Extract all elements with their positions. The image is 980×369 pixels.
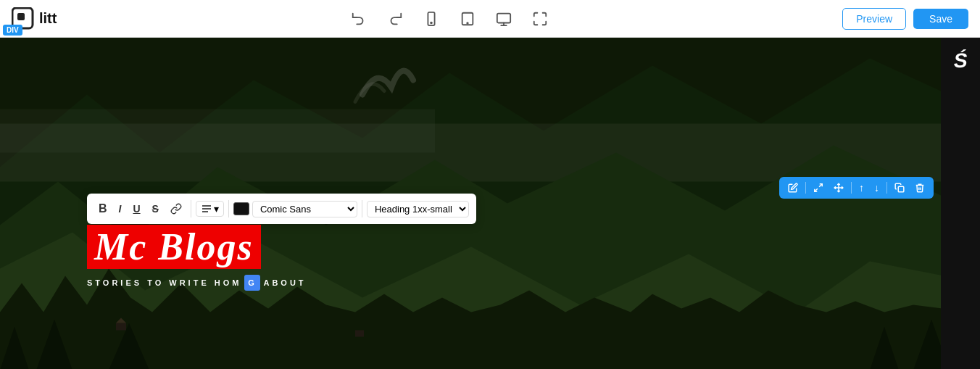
blog-content: Mc Blogs STORIES TO WRITE HOM G ABOUT	[87, 225, 307, 291]
svg-rect-6	[497, 13, 510, 22]
italic-button[interactable]: I	[115, 201, 126, 217]
element-divider-1	[805, 182, 806, 194]
right-panel-logo: Ś	[952, 49, 968, 72]
align-button[interactable]: ▾	[196, 201, 224, 217]
translate-icon: G	[244, 275, 260, 291]
element-down-button[interactable]: ↓	[871, 180, 882, 196]
right-panel: Ś	[941, 38, 980, 369]
element-divider-3	[886, 182, 887, 194]
blog-subtitle: STORIES TO WRITE HOM G ABOUT	[87, 275, 307, 291]
color-swatch[interactable]	[233, 202, 249, 215]
text-divider-1	[191, 200, 191, 217]
toolbar-center	[348, 8, 551, 30]
div-badge: DIV	[3, 25, 22, 36]
font-select[interactable]: Comic Sans Arial Georgia Times New Roman	[252, 201, 357, 217]
bold-button[interactable]: B	[94, 200, 112, 217]
underline-button[interactable]: U	[128, 201, 144, 217]
element-up-button[interactable]: ↑	[856, 180, 867, 196]
element-divider-2	[851, 182, 852, 194]
svg-point-5	[468, 22, 468, 23]
element-delete-button[interactable]	[912, 181, 928, 195]
link-button[interactable]	[166, 201, 186, 217]
heading-select[interactable]: Heading 1xx-small Heading 1 Heading 2 He…	[367, 201, 469, 217]
toolbar-left: litt DIV	[12, 7, 57, 30]
text-divider-3	[362, 200, 362, 217]
element-move-button[interactable]	[831, 181, 847, 195]
save-button[interactable]: Save	[913, 9, 968, 29]
canvas-area: Ś ↑ ↓	[0, 38, 980, 369]
align-chevron: ▾	[214, 203, 219, 215]
top-toolbar: litt DIV	[0, 0, 980, 38]
blog-title[interactable]: Mc Blogs	[87, 225, 261, 269]
preview-button[interactable]: Preview	[842, 8, 906, 30]
mobile-view-button[interactable]	[420, 8, 442, 30]
svg-point-3	[431, 22, 432, 23]
element-resize-button[interactable]	[810, 181, 826, 195]
svg-rect-24	[898, 186, 904, 192]
toolbar-right: Preview Save	[842, 8, 968, 30]
fullscreen-button[interactable]	[529, 8, 551, 30]
element-toolbar: ↑ ↓	[779, 177, 934, 199]
svg-rect-1	[17, 13, 25, 20]
desktop-view-button[interactable]	[493, 8, 515, 30]
undo-button[interactable]	[348, 8, 370, 30]
text-toolbar: B I U S ▾ Comic Sans Arial Georgia Times…	[87, 194, 476, 224]
subtitle-text-after: ABOUT	[263, 278, 306, 287]
text-divider-2	[228, 200, 229, 217]
tablet-view-button[interactable]	[457, 8, 478, 30]
element-copy-button[interactable]	[892, 181, 908, 195]
strikethrough-button[interactable]: S	[148, 201, 163, 217]
logo-text: litt	[39, 10, 57, 27]
element-edit-button[interactable]	[785, 181, 801, 195]
redo-button[interactable]	[384, 8, 406, 30]
subtitle-text-before: STORIES TO WRITE HOM	[87, 278, 241, 287]
